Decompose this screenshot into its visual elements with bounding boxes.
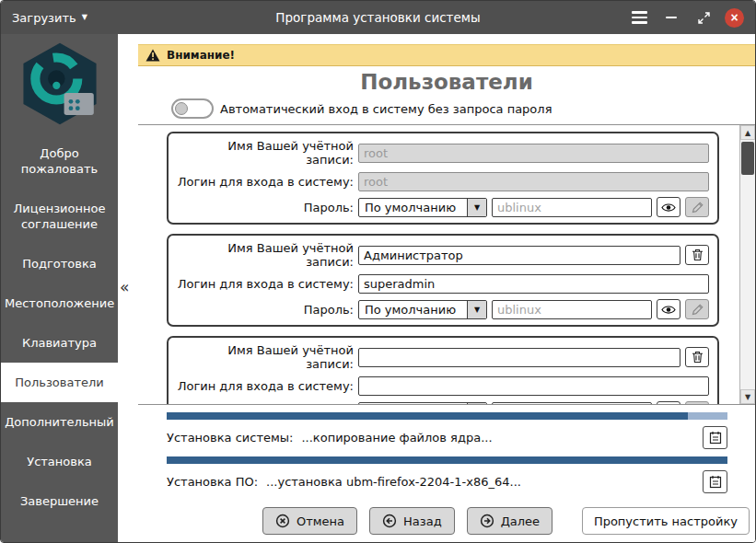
edit-password-button [685, 197, 709, 217]
skip-setup-button[interactable]: Пропустить настройку [582, 507, 750, 535]
sidebar-item-additional[interactable]: Дополнительный [1, 402, 118, 442]
account-name-label: Имя Вашей учётной записи: [177, 343, 354, 371]
delete-user-button[interactable] [685, 245, 709, 265]
wizard-buttons: Отмена Назад Далее [262, 507, 552, 535]
show-password-button[interactable] [657, 299, 680, 319]
maximize-button[interactable] [692, 6, 715, 29]
cancel-label: Отмена [297, 514, 344, 528]
back-button[interactable]: Назад [369, 507, 455, 535]
account-name-input[interactable] [358, 246, 680, 265]
account-name-row: Имя Вашей учётной записи: [177, 139, 709, 167]
account-name-input [358, 144, 709, 163]
system-progress-fill [167, 412, 688, 420]
password-mode-value: По умолчанию [359, 199, 467, 216]
sidebar-collapse-button[interactable]: « [120, 278, 129, 296]
cancel-button[interactable]: Отмена [262, 507, 357, 535]
account-name-input[interactable] [358, 348, 680, 367]
load-button[interactable]: Загрузить ▼ [12, 11, 87, 25]
window-controls: × [628, 6, 744, 29]
show-password-button[interactable] [657, 401, 680, 404]
software-progress-label: Установка ПО: [167, 475, 258, 489]
warning-text: Внимание! [167, 49, 235, 62]
user-form-card-new: Имя Вашей учётной записи: Логин для вход… [167, 336, 719, 404]
eye-icon [661, 202, 676, 213]
password-mode-select[interactable]: По умолчанию ▼ [358, 402, 487, 405]
sidebar-item-location[interactable]: Местоположение [1, 283, 118, 323]
system-log-button[interactable] [703, 426, 727, 449]
account-name-label: Имя Вашей учётной записи: [177, 241, 354, 269]
login-input[interactable] [358, 274, 709, 294]
password-input[interactable] [492, 300, 652, 319]
log-icon [709, 431, 722, 445]
expand-icon [698, 12, 710, 24]
app-logo [1, 34, 118, 133]
scrollbar[interactable]: ▲ ▼ [739, 125, 755, 404]
software-progress-row: Установка ПО: ...установка ubm-firefox-2… [167, 470, 727, 493]
password-input[interactable] [492, 198, 652, 217]
chevron-down-icon: ▼ [82, 14, 87, 21]
next-button[interactable]: Далее [467, 507, 552, 535]
content: « Внимание! Пользователи Автоматический … [118, 34, 755, 542]
delete-user-button[interactable] [685, 347, 709, 367]
user-form-card-admin: Имя Вашей учётной записи: Логин для вход… [167, 234, 719, 327]
software-log-button[interactable] [703, 470, 727, 493]
cancel-icon [275, 514, 290, 528]
main-area: Добро пожаловать Лицензионное соглашение… [1, 34, 755, 542]
password-mode-select[interactable]: По умолчанию ▼ [358, 300, 487, 319]
system-progress-label: Установка системы: [167, 431, 293, 445]
scroll-up-button[interactable]: ▲ [740, 125, 755, 140]
user-forms: Имя Вашей учётной записи: Логин для вход… [138, 125, 739, 404]
password-label: Пароль: [177, 201, 354, 214]
menu-button[interactable] [628, 6, 650, 29]
back-arrow-icon [382, 514, 397, 528]
autologin-toggle[interactable] [171, 98, 214, 119]
sidebar-item-installation[interactable]: Установка [1, 442, 118, 481]
close-button[interactable]: × [725, 8, 744, 28]
sidebar-item-preparation[interactable]: Подготовка [1, 244, 118, 283]
autologin-row: Автоматический вход в систему без запрос… [171, 98, 755, 119]
sidebar-item-keyboard[interactable]: Клавиатура [1, 323, 118, 363]
installer-window: Загрузить ▼ Программа установки системы … [0, 0, 756, 543]
sidebar-item-license[interactable]: Лицензионное соглашение [1, 189, 118, 244]
user-form-card-root: Имя Вашей учётной записи: Логин для вход… [167, 132, 719, 225]
login-input[interactable] [358, 376, 709, 396]
account-name-row: Имя Вашей учётной записи: [177, 343, 709, 371]
sidebar: Добро пожаловать Лицензионное соглашение… [1, 34, 118, 542]
software-progress-fill [167, 456, 727, 464]
scrollbar-thumb[interactable] [741, 142, 754, 175]
progress-section: Установка системы: ...копирование файлов… [138, 405, 755, 501]
warning-icon [145, 49, 160, 62]
sidebar-item-users[interactable]: Пользователи [1, 363, 118, 402]
login-input [358, 172, 709, 191]
titlebar: Загрузить ▼ Программа установки системы … [1, 1, 755, 34]
page-title: Пользователи [138, 70, 755, 94]
warning-banner: Внимание! [138, 44, 755, 66]
password-mode-select[interactable]: По умолчанию ▼ [358, 198, 487, 217]
password-row: Пароль: По умолчанию ▼ [177, 299, 709, 319]
account-name-label: Имя Вашей учётной записи: [177, 139, 354, 167]
scroll-down-button[interactable]: ▼ [740, 389, 755, 404]
trash-icon [692, 248, 704, 261]
system-progress-row: Установка системы: ...копирование файлов… [167, 426, 727, 449]
account-name-row: Имя Вашей учётной записи: [177, 241, 709, 269]
login-row: Логин для входа в систему: [177, 376, 709, 396]
password-label: Пароль: [177, 303, 354, 317]
log-icon [709, 475, 722, 489]
minimize-button[interactable] [660, 6, 682, 29]
sidebar-nav: Добро пожаловать Лицензионное соглашение… [1, 133, 118, 521]
sidebar-item-welcome[interactable]: Добро пожаловать [1, 133, 118, 189]
users-scroll-area: Имя Вашей учётной записи: Логин для вход… [138, 124, 755, 405]
eye-icon [661, 305, 676, 315]
pencil-icon [692, 304, 704, 316]
login-label: Логин для входа в систему: [177, 277, 354, 291]
sidebar-item-completion[interactable]: Завершение [1, 481, 118, 521]
hamburger-icon [632, 11, 647, 24]
show-password-button[interactable] [657, 197, 680, 217]
password-input[interactable] [492, 402, 652, 405]
chevron-down-icon: ▼ [467, 301, 486, 318]
scrollbar-track[interactable] [740, 140, 755, 389]
login-row: Логин для входа в систему: [177, 274, 709, 294]
load-button-label: Загрузить [12, 11, 76, 25]
toggle-knob-icon [175, 102, 188, 115]
next-arrow-icon [480, 514, 494, 528]
